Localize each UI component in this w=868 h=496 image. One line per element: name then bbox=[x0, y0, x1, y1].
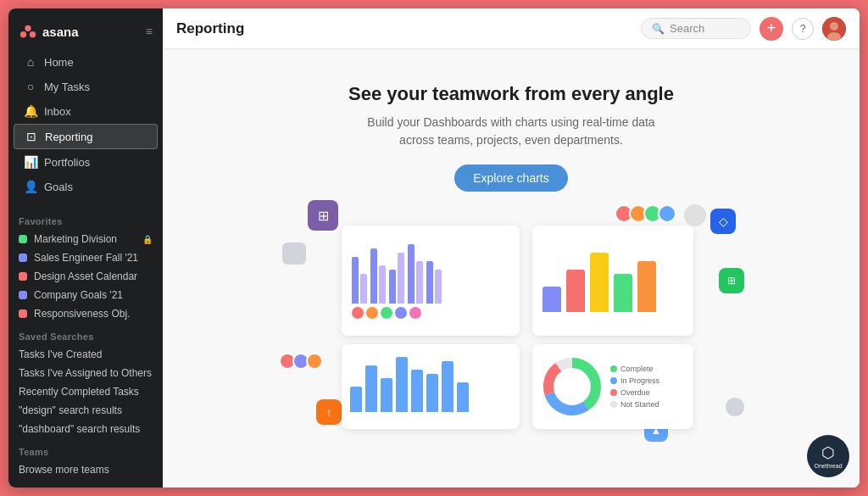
mini-av-5 bbox=[409, 307, 421, 319]
brand-name: Onethread bbox=[814, 463, 842, 469]
browse-teams-link[interactable]: Browse more teams bbox=[8, 460, 163, 479]
bar3-6 bbox=[426, 374, 438, 412]
mini-av-3 bbox=[381, 307, 392, 319]
legend-dot-complete bbox=[610, 365, 617, 372]
bar-chart-1 bbox=[352, 236, 509, 304]
purple-float-icon: ⊞ bbox=[308, 200, 338, 231]
bar3-2 bbox=[365, 365, 377, 412]
bar2-4 bbox=[614, 274, 632, 312]
bar-1b bbox=[360, 274, 367, 304]
float-avatar-4 bbox=[658, 204, 676, 223]
main-content: Reporting 🔍 Search + ? See your teamwork… bbox=[163, 8, 860, 488]
saved-dashboard-search[interactable]: "dashboard" search results bbox=[8, 420, 163, 438]
fav-item-company-goals[interactable]: Company Goals '21 bbox=[8, 286, 163, 304]
bar-chart-2 bbox=[542, 236, 683, 312]
sidebar-item-inbox[interactable]: 🔔 Inbox bbox=[14, 99, 158, 123]
avatar[interactable] bbox=[822, 17, 846, 41]
svg-point-1 bbox=[20, 31, 26, 37]
fav-dot-marketing bbox=[19, 235, 27, 243]
sidebar-item-home-label: Home bbox=[44, 56, 74, 69]
float-gray-rect bbox=[282, 242, 306, 265]
bar3-3 bbox=[381, 378, 392, 412]
bar2-5 bbox=[637, 261, 656, 312]
legend-notstarted: Not Started bbox=[610, 400, 659, 409]
bar-1a bbox=[352, 257, 359, 304]
bar3-7 bbox=[442, 361, 453, 412]
bar2-3 bbox=[590, 253, 609, 312]
mini-av-1 bbox=[352, 307, 364, 319]
hero-content: See your teamwork from every angle Build… bbox=[163, 49, 860, 488]
saved-recently-completed[interactable]: Recently Completed Tasks bbox=[8, 382, 163, 401]
sidebar-item-goals[interactable]: 👤 Goals bbox=[14, 175, 158, 198]
logo-text: asana bbox=[42, 25, 79, 39]
svg-point-2 bbox=[30, 31, 36, 37]
help-button[interactable]: ? bbox=[792, 18, 814, 40]
fav-item-marketing[interactable]: Marketing Division 🔒 bbox=[8, 230, 163, 248]
sidebar-nav: ⌂ Home ○ My Tasks 🔔 Inbox ⊡ Reporting 📊 bbox=[8, 49, 163, 208]
svg-point-4 bbox=[830, 22, 838, 31]
asana-logo-icon bbox=[19, 22, 37, 41]
bar-3b bbox=[398, 253, 404, 304]
avatar-row-1 bbox=[352, 307, 509, 319]
add-button[interactable]: + bbox=[760, 17, 783, 41]
sidebar-item-portfolios-label: Portfolios bbox=[44, 156, 90, 169]
bar2-2 bbox=[566, 270, 585, 312]
goals-icon: 👤 bbox=[24, 180, 37, 193]
float-gray-circle-2 bbox=[726, 398, 744, 416]
float-avatar-b3 bbox=[306, 353, 323, 370]
fav-label-marketing: Marketing Division bbox=[34, 233, 117, 245]
favorites-section-label: Favorites bbox=[8, 208, 163, 230]
legend-dot-overdue bbox=[610, 389, 617, 396]
fav-item-sales[interactable]: Sales Engineer Fall '21 bbox=[8, 248, 163, 267]
donut-legend: Complete In Progress Overdue bbox=[610, 365, 659, 409]
bar-4a bbox=[408, 244, 415, 304]
float-avatar-group-2 bbox=[282, 353, 323, 370]
saved-tasks-created[interactable]: Tasks I've Created bbox=[8, 345, 163, 364]
mini-av-4 bbox=[395, 307, 407, 319]
bar-2b bbox=[379, 265, 386, 304]
float-gray-circle-1 bbox=[684, 204, 706, 226]
float-avatar-group bbox=[619, 204, 676, 223]
sidebar-toggle-icon[interactable]: ≡ bbox=[146, 25, 153, 38]
donut-chart bbox=[542, 357, 602, 416]
brand-badge[interactable]: ⬡ Onethread bbox=[807, 435, 849, 477]
saved-design-search[interactable]: "design" search results bbox=[8, 401, 163, 420]
bar-2a bbox=[370, 248, 377, 304]
brand-icon: ⬡ bbox=[821, 443, 835, 462]
legend-dot-inprogress bbox=[610, 377, 617, 384]
bar2-1 bbox=[542, 287, 561, 312]
sidebar-item-my-tasks-label: My Tasks bbox=[44, 81, 90, 93]
topbar: Reporting 🔍 Search + ? bbox=[163, 8, 860, 49]
saved-tasks-assigned[interactable]: Tasks I've Assigned to Others bbox=[8, 364, 163, 382]
fav-item-design[interactable]: Design Asset Calendar bbox=[8, 267, 163, 286]
app-layout: asana ≡ ⌂ Home ○ My Tasks 🔔 Inbox ⊡ bbox=[8, 8, 860, 488]
explore-charts-button[interactable]: Explore charts bbox=[454, 164, 567, 192]
lock-icon: 🔒 bbox=[142, 235, 153, 244]
sidebar-item-reporting[interactable]: ⊡ Reporting bbox=[14, 124, 158, 149]
fav-label-sales: Sales Engineer Fall '21 bbox=[34, 252, 138, 264]
donut-svg bbox=[542, 357, 602, 416]
sidebar-item-my-tasks[interactable]: ○ My Tasks bbox=[14, 75, 158, 98]
my-tasks-icon: ○ bbox=[24, 80, 37, 93]
sidebar-item-goals-label: Goals bbox=[44, 181, 73, 193]
sidebar-item-reporting-label: Reporting bbox=[45, 131, 92, 143]
search-icon: 🔍 bbox=[652, 23, 665, 35]
dashboard-card-3 bbox=[342, 344, 520, 429]
saved-searches-section-label: Saved Searches bbox=[8, 323, 163, 345]
sidebar-item-portfolios[interactable]: 📊 Portfolios bbox=[14, 150, 158, 174]
home-icon: ⌂ bbox=[24, 55, 37, 69]
reporting-icon: ⊡ bbox=[25, 130, 38, 143]
fav-item-responsiveness[interactable]: Responsiveness Obj. bbox=[8, 304, 163, 323]
legend-complete: Complete bbox=[610, 365, 659, 373]
fav-dot-design bbox=[19, 272, 27, 281]
teams-section-label: Teams bbox=[8, 438, 163, 460]
inbox-icon: 🔔 bbox=[24, 104, 37, 118]
dashboard-card-4: Complete In Progress Overdue bbox=[532, 344, 693, 429]
search-bar[interactable]: 🔍 Search bbox=[641, 18, 751, 39]
mini-av-2 bbox=[366, 307, 378, 319]
sidebar-item-inbox-label: Inbox bbox=[44, 105, 71, 118]
bar3-5 bbox=[411, 370, 423, 412]
bar3-8 bbox=[457, 382, 469, 412]
sidebar-item-home[interactable]: ⌂ Home bbox=[14, 50, 158, 74]
bar3-4 bbox=[396, 357, 408, 412]
